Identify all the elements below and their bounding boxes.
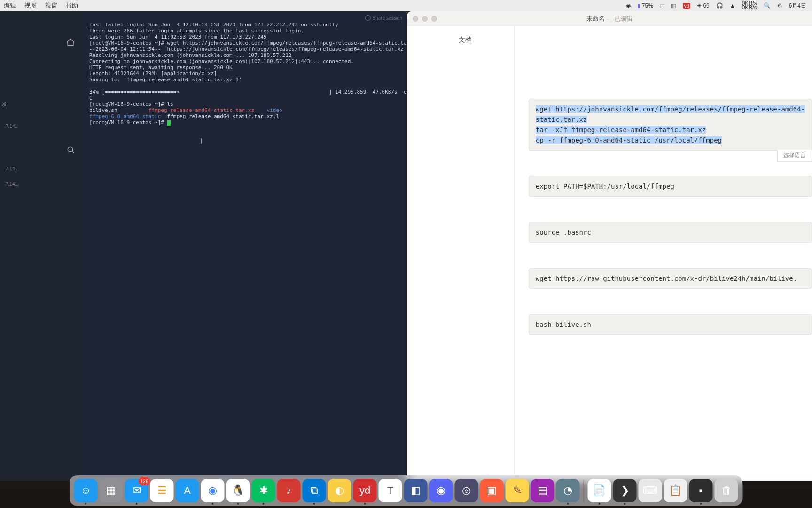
dock-app-app4[interactable]: ▣ — [480, 479, 504, 502]
dock-app-trash[interactable]: 🗑 — [715, 479, 738, 502]
dock-app-reminders[interactable]: ☰ — [150, 479, 174, 502]
dock-app-terminal[interactable]: ❯ — [613, 479, 637, 502]
dock-app-textedit[interactable]: 📄 — [588, 479, 611, 502]
sync-icon[interactable]: ◌ — [660, 2, 664, 9]
wechat-indicator[interactable]: ✳69 — [697, 2, 709, 9]
menubar: 编辑 视图 视窗 帮助 ◉ ▮75% ◌ ▥ yd ✳69 🎧 ▲ 0KB/s0… — [0, 0, 812, 11]
dock-app-app9[interactable]: ▪ — [689, 479, 713, 502]
document-tab[interactable]: 文档 — [407, 36, 514, 44]
dock-app-app2[interactable]: ◧ — [404, 479, 428, 502]
battery-indicator[interactable]: ▮75% — [637, 2, 653, 9]
document-left-panel: 文档 — [407, 26, 515, 481]
date-display[interactable]: 6月4日 — [789, 2, 806, 10]
dock-app-youdao[interactable]: yd — [353, 479, 377, 502]
dock-app-netease[interactable]: ♪ — [277, 479, 301, 502]
dock-app-typora[interactable]: T — [379, 479, 402, 502]
dock: ☺▦✉126☰A◉🐧✱♪⧉◐ydT◧◉◎▣✎▤◔📄❯⌨📋▪🗑 — [70, 475, 743, 506]
terminal-pane[interactable]: Share session Last failed login: Sun Jun… — [84, 11, 407, 481]
terminal-cursor — [167, 120, 171, 126]
home-icon[interactable] — [66, 38, 75, 47]
menu-help[interactable]: 帮助 — [66, 1, 78, 10]
dock-app-launchpad[interactable]: ▦ — [100, 479, 123, 502]
flag-icon[interactable]: ▲ — [730, 2, 735, 9]
traffic-lights[interactable] — [413, 16, 437, 22]
dock-app-app8[interactable]: 📋 — [664, 479, 687, 502]
broadcast-icon — [365, 15, 371, 21]
menu-view[interactable]: 视图 — [24, 1, 37, 10]
menubar-right: ◉ ▮75% ◌ ▥ yd ✳69 🎧 ▲ 0KB/s0KB/s 🔍 ⚙ 6月4… — [626, 1, 812, 10]
network-stats[interactable]: 0KB/s0KB/s — [742, 1, 757, 10]
sidebar-host-1[interactable]: 7.141 — [1, 122, 22, 131]
zoom-icon[interactable] — [431, 16, 437, 22]
document-window: 未命名 — 已编辑 文档 wget https://johnvansickle.… — [407, 11, 812, 481]
record-icon[interactable]: ◉ — [626, 2, 631, 9]
dock-app-mail[interactable]: ✉126 — [125, 479, 148, 502]
dock-app-app7[interactable]: ⌨ — [639, 479, 662, 502]
dock-app-wechat[interactable]: ✱ — [252, 479, 275, 502]
dock-app-discord[interactable]: ◉ — [429, 479, 453, 502]
menu-edit[interactable]: 编辑 — [4, 1, 16, 10]
dock-app-app3[interactable]: ◎ — [455, 479, 478, 502]
code-block-4[interactable]: wget https://raw.githubusercontent.com/x… — [529, 268, 812, 289]
dock-app-chrome[interactable]: ◉ — [201, 479, 225, 502]
document-title: 未命名 — 已编辑 — [586, 15, 632, 23]
mail-badge: 126 — [139, 477, 150, 485]
headphone-icon[interactable]: 🎧 — [716, 2, 723, 9]
code-block-2[interactable]: export PATH=$PATH:/usr/local/ffmpeg — [529, 176, 812, 197]
search-icon[interactable] — [67, 146, 75, 154]
control-center-icon[interactable]: ⚙ — [777, 2, 782, 9]
svg-point-0 — [68, 147, 73, 152]
text-cursor-icon: I — [200, 137, 202, 146]
code-block-3[interactable]: source .bashrc — [529, 222, 812, 243]
document-body[interactable]: wget https://johnvansickle.com/ffmpeg/re… — [515, 26, 812, 481]
youdao-icon[interactable]: yd — [683, 3, 691, 9]
menu-window[interactable]: 视窗 — [45, 1, 57, 10]
grid-icon[interactable]: ▥ — [671, 2, 676, 9]
dock-app-app5[interactable]: ▤ — [531, 479, 554, 502]
terminal-sidebar: 发 7.141 7.141 7.141 — [0, 11, 84, 481]
code-block-1[interactable]: wget https://johnvansickle.com/ffmpeg/re… — [529, 99, 812, 151]
sidebar-host-3[interactable]: 7.141 — [1, 180, 22, 189]
close-icon[interactable] — [413, 16, 418, 22]
dock-app-notes[interactable]: ✎ — [506, 479, 529, 502]
minimize-icon[interactable] — [422, 16, 428, 22]
dock-app-vscode[interactable]: ⧉ — [303, 479, 326, 502]
terminal-output[interactable]: Last failed login: Sun Jun 4 12:10:18 CS… — [89, 22, 401, 126]
dock-app-appstore[interactable]: A — [176, 479, 199, 502]
sidebar-host-2[interactable]: 7.141 — [1, 164, 22, 173]
document-titlebar[interactable]: 未命名 — 已编辑 — [407, 11, 812, 26]
menubar-left: 编辑 视图 视窗 帮助 — [0, 1, 78, 10]
dock-app-app6[interactable]: ◔ — [556, 479, 580, 502]
dock-app-finder[interactable]: ☺ — [74, 479, 98, 502]
code-block-5[interactable]: bash bilive.sh — [529, 314, 812, 335]
sidebar-label: 发 — [2, 101, 7, 108]
dock-app-app1[interactable]: ◐ — [328, 479, 351, 502]
dock-separator — [584, 479, 584, 502]
share-session-button[interactable]: Share session — [365, 15, 402, 21]
dock-app-qq[interactable]: 🐧 — [226, 479, 250, 502]
search-icon[interactable]: 🔍 — [764, 2, 771, 9]
language-select-button[interactable]: 选择语言 — [777, 150, 812, 162]
